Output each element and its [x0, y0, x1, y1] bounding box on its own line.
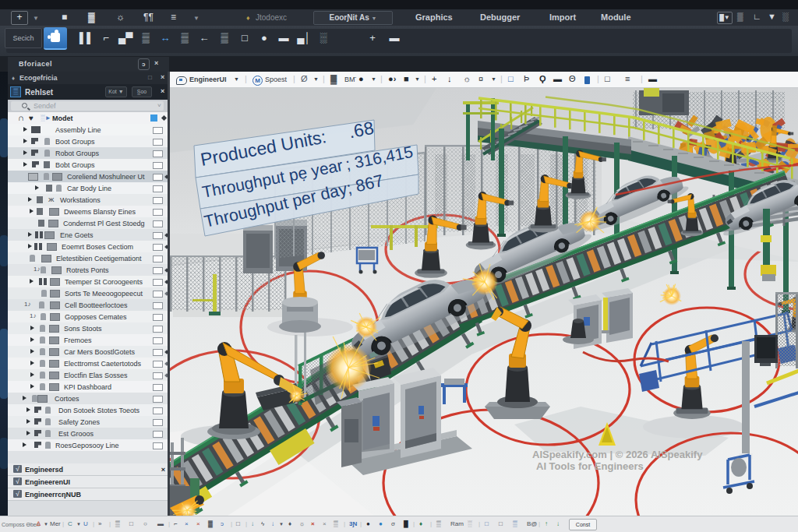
svg-text:AISpeakify.com | © 2026 AISpea: AISpeakify.com | © 2026 AISpeakify	[532, 449, 703, 460]
svg-text:AI Tools for Engineers: AI Tools for Engineers	[536, 460, 644, 472]
